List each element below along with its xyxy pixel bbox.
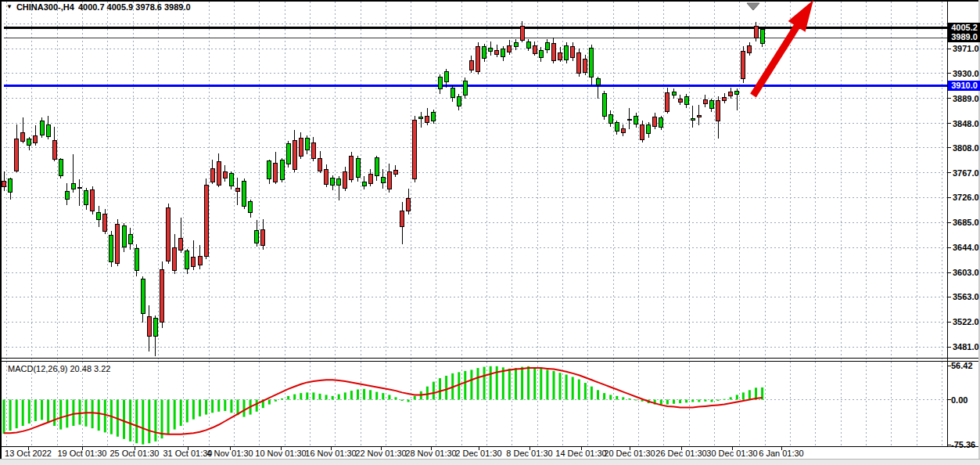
macd-histogram-bar xyxy=(388,395,390,399)
macd-histogram-bar xyxy=(79,400,81,425)
macd-histogram-bar xyxy=(691,400,694,402)
price-axis-label: 3685.0 xyxy=(953,218,979,227)
macd-histogram-bar xyxy=(192,400,195,420)
candle-body xyxy=(577,52,581,73)
candle-body xyxy=(716,100,720,121)
candle-body xyxy=(261,230,265,246)
macd-histogram-bar xyxy=(433,382,435,400)
indicator-label: MACD(12,26,9) 20.48 3.22 xyxy=(8,364,110,373)
macd-histogram-bar xyxy=(148,400,150,444)
candle-body xyxy=(65,192,69,200)
candle-body xyxy=(267,161,271,179)
macd-histogram-bar xyxy=(167,400,170,434)
candle-body xyxy=(394,171,398,175)
macd-histogram-bar xyxy=(445,376,447,400)
candle-body xyxy=(135,249,138,271)
macd-histogram-bar xyxy=(325,395,328,399)
macd-histogram-bar xyxy=(375,392,378,400)
candle-body xyxy=(21,132,25,141)
macd-histogram-bar xyxy=(53,400,56,427)
macd-histogram-bar xyxy=(268,400,271,405)
macd-histogram-bar xyxy=(41,400,43,420)
candle-body xyxy=(52,140,56,159)
macd-histogram-bar xyxy=(540,369,542,400)
candle-body xyxy=(729,92,733,96)
macd-histogram-bar xyxy=(369,390,372,399)
macd-histogram-bar xyxy=(59,400,62,430)
macd-histogram-bar xyxy=(142,400,144,445)
macd-histogram-bar xyxy=(319,394,321,400)
macd-histogram-bar xyxy=(174,400,176,430)
macd-histogram-bar xyxy=(679,400,681,404)
candle-body xyxy=(192,258,196,267)
candle-body xyxy=(255,231,259,243)
candle-body xyxy=(249,202,253,213)
macd-histogram-bar xyxy=(521,367,523,400)
candle-body xyxy=(539,50,543,57)
price-axis-label: 3481.0 xyxy=(953,342,979,351)
symbol-dropdown-icon[interactable]: ▼ xyxy=(6,3,13,11)
candle-body xyxy=(236,189,240,192)
indicator-values: 20.48 3.22 xyxy=(70,364,110,373)
macd-histogram-bar xyxy=(584,383,587,399)
candle-body xyxy=(318,159,322,171)
candle-body xyxy=(545,42,549,49)
macd-axis-label: 0.00 xyxy=(951,395,967,405)
macd-histogram-bar xyxy=(180,400,182,427)
macd-histogram-bar xyxy=(483,367,486,400)
macd-histogram-bar xyxy=(350,391,353,399)
candle-body xyxy=(678,99,682,103)
candle-body xyxy=(627,119,631,121)
macd-histogram-bar xyxy=(748,390,751,399)
candle-body xyxy=(754,26,758,38)
macd-histogram-bar xyxy=(312,392,314,399)
macd-histogram-bar xyxy=(635,400,637,401)
candle-body xyxy=(590,48,594,77)
candle-body xyxy=(337,178,341,185)
candle-body xyxy=(185,251,189,269)
macd-histogram-bar xyxy=(199,400,201,416)
candle-body xyxy=(34,135,38,142)
macd-histogram-bar xyxy=(306,392,308,399)
macd-histogram-bar xyxy=(401,400,404,402)
macd-histogram-bar xyxy=(22,400,24,427)
candle-body xyxy=(305,138,309,150)
candle-body xyxy=(407,198,411,211)
macd-histogram-bar xyxy=(34,400,37,422)
macd-histogram-bar xyxy=(723,399,726,400)
price-chart-canvas[interactable] xyxy=(0,0,980,465)
macd-histogram-bar xyxy=(92,400,94,429)
macd-histogram-bar xyxy=(395,397,397,399)
macd-histogram-bar xyxy=(717,400,720,402)
macd-histogram-bar xyxy=(515,368,517,399)
candle-body xyxy=(552,43,556,61)
candle-body xyxy=(483,47,486,59)
macd-histogram-bar xyxy=(439,378,441,399)
macd-histogram-bar xyxy=(546,369,548,399)
candle-body xyxy=(59,160,63,176)
candle-body xyxy=(46,124,50,136)
macd-histogram-bar xyxy=(711,400,713,402)
ohlc-readout: 4000.7 4005.9 3978.6 3989.0 xyxy=(78,2,191,12)
candle-body xyxy=(703,99,707,103)
chart-title: ▼ CHINA300-,H4 4000.7 4005.9 3978.6 3989… xyxy=(6,2,191,12)
macd-histogram-bar xyxy=(698,400,700,402)
macd-histogram-bar xyxy=(736,395,738,399)
macd-histogram-bar xyxy=(224,400,226,412)
macd-histogram-bar xyxy=(293,395,296,400)
macd-histogram-bar xyxy=(217,400,220,412)
macd-histogram-bar xyxy=(129,400,131,442)
macd-histogram-bar xyxy=(300,393,302,399)
candle-body xyxy=(97,213,101,220)
candle-body xyxy=(229,173,233,186)
candle-body xyxy=(381,177,385,183)
macd-histogram-bar xyxy=(426,387,429,400)
candle-body xyxy=(167,208,171,261)
candle-body xyxy=(210,168,214,182)
macd-histogram-bar xyxy=(357,390,359,400)
candle-body xyxy=(565,45,569,59)
symbol-period-label: CHINA300-,H4 xyxy=(16,2,74,12)
candle-body xyxy=(672,92,676,96)
candle-body xyxy=(40,121,44,135)
candle-body xyxy=(27,139,31,146)
